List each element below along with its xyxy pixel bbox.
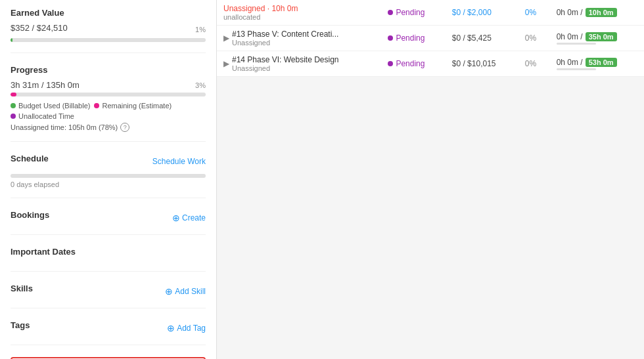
schedule-bar [11, 174, 206, 178]
legend-dot-green [11, 103, 16, 108]
phase13-budget-cell: $0 / $5,425 [446, 26, 518, 51]
progress-time: 3h 31m / 135h 0m [11, 80, 80, 90]
table-row: ▶ #14 Phase VI: Website Design Unassigne… [217, 51, 644, 77]
important-dates-section: Important Dates [11, 247, 206, 272]
earned-value-section: Earned Value $352 / $24,510 1% [11, 8, 206, 53]
add-skill-plus-icon: ⊕ [165, 286, 173, 297]
phase14-pct-cell: 0% [518, 51, 550, 77]
earned-value-amount: $352 / $24,510 [11, 23, 68, 33]
add-tag-plus-icon: ⊕ [167, 323, 175, 333]
left-panel: Earned Value $352 / $24,510 1% Progress … [0, 0, 217, 359]
unallocated-budget-cell: $0 / $2,000 [446, 0, 518, 26]
schedule-title: Schedule [11, 154, 49, 163]
phase13-logged: 0h 0m / [557, 32, 583, 41]
skills-title: Skills [11, 284, 33, 293]
status-dot-pending [388, 10, 393, 15]
phase13-expand-icon[interactable]: ▶ [223, 33, 229, 43]
legend-dot-pink [94, 103, 99, 108]
phase13-assignee: Unassigned [232, 39, 338, 47]
unallocated-pct-cell: 0% [518, 0, 550, 26]
phase13-title: #13 Phase V: Content Creati... [232, 30, 338, 39]
progress-bar-track [11, 93, 206, 96]
progress-section: Progress 3h 31m / 135h 0m 3% Budget Used… [11, 65, 206, 142]
phases-table: Unassigned · 10h 0m unallocated Pending … [217, 0, 644, 77]
unallocated-estimate-badge: 10h 0m [586, 8, 617, 17]
tags-title: Tags [11, 320, 30, 330]
legend-label-budget: Budget Used (Billable) [18, 102, 90, 110]
legend-budget-used: Budget Used (Billable) [11, 102, 90, 110]
legend-label-unallocated: Unallocated Time [18, 112, 74, 120]
create-label: Create [182, 213, 206, 222]
phase14-status-label: Pending [396, 59, 425, 68]
add-skill-link[interactable]: ⊕ Add Skill [165, 286, 206, 297]
add-tag-label: Add Tag [177, 324, 206, 333]
tags-section: Tags ⊕ Add Tag [11, 320, 206, 345]
progress-legend: Budget Used (Billable) Remaining (Estima… [11, 102, 206, 110]
legend-unallocated: Unallocated Time [11, 112, 74, 120]
phase14-time-cell: 0h 0m / 53h 0m [550, 51, 644, 77]
unallocated-status-label: Pending [396, 8, 425, 17]
phase13-status-label: Pending [396, 33, 425, 43]
unallocated-time-label: Unassigned · 10h 0m [223, 4, 375, 13]
phase13-estimate-badge: 35h 0m [586, 32, 617, 41]
phase13-time-cell: 0h 0m / 35h 0m [550, 26, 644, 51]
legend-dot-purple [11, 114, 16, 119]
unassigned-help-icon[interactable]: ? [120, 123, 129, 132]
earned-value-title: Earned Value [11, 8, 206, 18]
important-dates-title: Important Dates [11, 247, 206, 257]
unassigned-time-value: Unassigned time: 105h 0m (78%) [11, 123, 118, 131]
phase14-logged: 0h 0m / [557, 58, 583, 67]
unallocated-time-cell: 0h 0m / 10h 0m [550, 0, 644, 26]
phase14-mini-progress [557, 68, 596, 70]
bookings-section: Bookings ⊕ Create [11, 210, 206, 235]
table-row: Unassigned · 10h 0m unallocated Pending … [217, 0, 644, 26]
phases-table-container: Unassigned · 10h 0m unallocated Pending … [217, 0, 644, 77]
phase13-pct-cell: 0% [518, 26, 550, 51]
progress-bar-fill [11, 93, 16, 96]
legend-label-remaining: Remaining (Estimate) [102, 102, 172, 110]
table-row: ▶ #13 Phase V: Content Creati... Unassig… [217, 26, 644, 51]
earned-value-bar-fill [11, 38, 12, 42]
phase14-expand-icon[interactable]: ▶ [223, 59, 229, 68]
phase14-budget-cell: $0 / $10,015 [446, 51, 518, 77]
bookings-title: Bookings [11, 210, 49, 220]
phase13-status-cell: Pending [381, 26, 445, 51]
add-skill-label: Add Skill [175, 287, 206, 296]
unallocated-name-cell: Unassigned · 10h 0m unallocated [217, 0, 381, 26]
phase13-name-cell: ▶ #13 Phase V: Content Creati... Unassig… [217, 26, 381, 51]
add-tag-link[interactable]: ⊕ Add Tag [167, 323, 206, 333]
phase13-status-dot [388, 35, 393, 41]
legend-remaining: Remaining (Estimate) [94, 102, 172, 110]
phase14-name-cell: ▶ #14 Phase VI: Website Design Unassigne… [217, 51, 381, 77]
skills-section: Skills ⊕ Add Skill [11, 284, 206, 308]
schedule-work-link[interactable]: Schedule Work [152, 157, 206, 166]
progress-title: Progress [11, 65, 206, 75]
phase14-status-cell: Pending [381, 51, 445, 77]
phase14-status-dot [388, 61, 393, 66]
progress-percent: 3% [195, 81, 206, 89]
earned-value-percent: 1% [195, 26, 206, 33]
unallocated-sublabel: unallocated [223, 13, 375, 21]
create-booking-link[interactable]: ⊕ Create [172, 213, 206, 223]
phase14-title: #14 Phase VI: Website Design [232, 55, 339, 64]
schedule-elapsed: 0 days elapsed [11, 180, 206, 188]
unallocated-logged: 0h 0m / [557, 8, 583, 17]
phase14-assignee: Unassigned [232, 64, 339, 72]
create-plus-icon: ⊕ [172, 213, 180, 223]
legend-unallocated-row: Unallocated Time [11, 112, 206, 120]
schedule-section: Schedule Schedule Work 0 days elapsed [11, 154, 206, 198]
unallocated-status-cell: Pending [381, 0, 445, 26]
phase13-mini-progress [557, 43, 596, 45]
earned-value-bar-track [11, 38, 206, 42]
phase14-estimate-badge: 53h 0m [586, 58, 617, 67]
unassigned-time-text: Unassigned time: 105h 0m (78%) ? [11, 123, 206, 132]
right-panel: Unassigned · 10h 0m unallocated Pending … [217, 0, 644, 359]
